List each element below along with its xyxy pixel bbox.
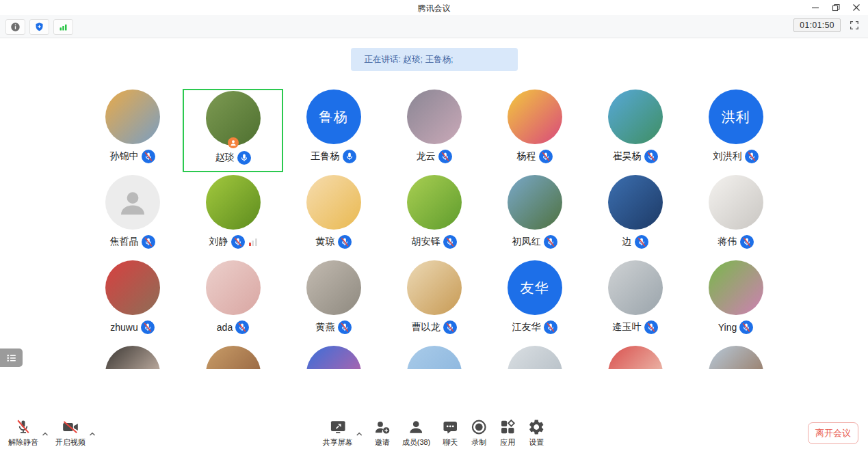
mic-on-icon[interactable] [237, 151, 251, 165]
mic-muted-icon[interactable] [544, 320, 557, 334]
participant-tile[interactable]: zhuwu [82, 260, 183, 343]
participant-name: Ying [718, 322, 737, 333]
avatar-initials: 友华 [508, 260, 562, 315]
participant-name: 曹以龙 [412, 321, 440, 333]
participant-tile[interactable]: 黄琼 [283, 174, 384, 258]
mic-muted-icon[interactable] [338, 235, 352, 249]
mic-muted-icon[interactable] [438, 150, 452, 163]
participant-tile[interactable]: 焦哲晶 [82, 174, 183, 258]
mic-muted-icon[interactable] [745, 150, 759, 163]
restore-icon[interactable] [826, 0, 846, 15]
participant-tile[interactable]: 洪利刘洪利 [685, 89, 786, 172]
participant-tile[interactable]: 逄玉叶 [585, 260, 685, 343]
participant-name: 逄玉叶 [613, 321, 642, 333]
fullscreen-icon[interactable] [847, 18, 861, 32]
participant-name-row: 曹以龙 [412, 320, 457, 334]
mic-muted-icon[interactable] [142, 235, 155, 249]
mic-muted-icon[interactable] [539, 150, 553, 163]
participant-tile-partial[interactable] [585, 345, 685, 369]
mic-muted-icon[interactable] [644, 150, 658, 163]
participant-tile[interactable]: 友华江友华 [484, 260, 585, 343]
mic-muted-icon[interactable] [544, 235, 557, 249]
participant-name: 江友华 [512, 321, 541, 333]
settings-button[interactable]: 设置 [527, 418, 545, 448]
window-title: 腾讯会议 [418, 3, 451, 14]
participant-tile[interactable]: 边 [585, 174, 685, 258]
members-icon [408, 418, 425, 436]
participant-tile[interactable]: 胡安铎 [384, 174, 484, 258]
participant-tile[interactable]: 黄燕 [283, 260, 384, 343]
participant-tile[interactable]: 赵琰 [183, 89, 283, 172]
record-label: 录制 [471, 437, 486, 448]
participant-name: 刘洪利 [713, 150, 742, 163]
mic-muted-icon[interactable] [235, 320, 249, 334]
participant-name: 崔昊杨 [613, 150, 642, 163]
share-screen-button[interactable]: 共享屏幕 [323, 418, 353, 448]
participant-tile-partial[interactable] [484, 345, 585, 369]
meeting-info-icon[interactable] [5, 19, 25, 35]
mic-muted-icon[interactable] [740, 235, 754, 249]
participant-name-row: 崔昊杨 [613, 150, 658, 163]
participant-tile-partial[interactable] [82, 345, 183, 369]
invite-button[interactable]: 邀请 [373, 418, 391, 448]
chat-button[interactable]: 聊天 [441, 418, 459, 448]
participant-tile[interactable]: 蒋伟 [685, 174, 786, 258]
video-options-chevron-icon[interactable] [89, 432, 96, 437]
participant-tile[interactable]: ada [183, 260, 283, 343]
member-list-toggle-button[interactable] [0, 348, 23, 367]
mic-muted-icon[interactable] [141, 320, 155, 334]
members-button[interactable]: 成员(38) [402, 418, 431, 448]
security-shield-icon[interactable] [29, 19, 49, 35]
titlebar: 腾讯会议 [0, 0, 868, 15]
mic-muted-icon[interactable] [739, 320, 753, 334]
topbar-right: 01:01:50 [793, 18, 861, 32]
participant-name-row: 刘洪利 [713, 150, 759, 163]
mic-on-icon[interactable] [343, 150, 356, 163]
apps-button[interactable]: 应用 [499, 418, 516, 448]
unmute-button[interactable]: 解除静音 [8, 418, 38, 448]
participant-name-row: 杨程 [517, 150, 553, 163]
minimize-icon[interactable] [805, 0, 826, 15]
avatar-photo [608, 90, 663, 144]
participant-tile[interactable]: Ying [685, 260, 786, 343]
participant-name: 焦哲晶 [110, 236, 139, 248]
mic-muted-icon[interactable] [142, 150, 155, 163]
mic-muted-icon[interactable] [338, 320, 352, 334]
participant-tile[interactable]: 崔昊杨 [585, 89, 685, 172]
avatar-photo [206, 346, 261, 369]
participant-tile-partial[interactable] [183, 345, 283, 369]
mic-muted-icon[interactable] [231, 235, 245, 249]
mic-muted-icon[interactable] [443, 320, 457, 334]
share-options-chevron-icon[interactable] [356, 432, 363, 437]
close-icon[interactable] [846, 0, 867, 15]
avatar-photo [407, 346, 462, 369]
participant-tile[interactable]: 龙云 [384, 89, 484, 172]
start-video-button[interactable]: 开启视频 [55, 418, 86, 448]
record-button[interactable]: 录制 [470, 418, 488, 448]
avatar-photo [508, 346, 562, 369]
participant-tile[interactable]: 初凤红 [484, 174, 585, 258]
participant-tile[interactable]: 孙锦中 [82, 89, 183, 172]
participant-tile[interactable]: 曹以龙 [384, 260, 484, 343]
chat-label: 聊天 [443, 437, 458, 448]
participant-tile-partial[interactable] [283, 345, 384, 369]
participant-tile[interactable]: 刘静 [183, 174, 283, 258]
mic-muted-icon[interactable] [635, 235, 648, 249]
mic-muted-icon[interactable] [644, 320, 658, 334]
participant-name-row: 胡安铎 [412, 235, 457, 249]
avatar-photo [709, 260, 763, 315]
participant-tile-partial[interactable] [384, 345, 484, 369]
participant-tile[interactable]: 杨程 [484, 89, 585, 172]
mic-muted-icon[interactable] [443, 235, 457, 249]
participant-name-row: 黄燕 [316, 320, 352, 334]
participant-tile[interactable]: 鲁杨王鲁杨 [283, 89, 384, 172]
audio-options-chevron-icon[interactable] [42, 432, 49, 437]
network-signal-icon[interactable] [53, 19, 73, 35]
participant-name-row: 蒋伟 [718, 235, 754, 249]
participant-name: 孙锦中 [110, 150, 139, 163]
participant-name: 杨程 [517, 150, 536, 163]
chat-bubble-icon [441, 418, 459, 436]
participant-name: ada [217, 322, 233, 333]
participant-tile-partial[interactable] [685, 345, 786, 369]
leave-meeting-button[interactable]: 离开会议 [808, 422, 858, 444]
